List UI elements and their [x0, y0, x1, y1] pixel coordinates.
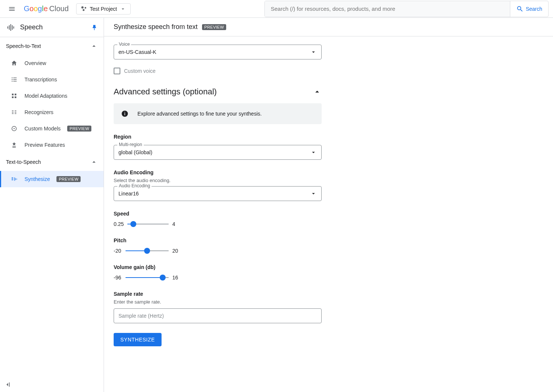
advanced-settings-title: Advanced settings (optional) [114, 87, 217, 97]
speed-heading: Speed [114, 211, 429, 217]
region-value: global (Global) [118, 149, 152, 155]
search-button[interactable]: Search [510, 1, 548, 17]
audio-encoding-field: Audio Encoding Linear16 [114, 186, 322, 201]
sidebar-item-label: Custom Models [25, 126, 61, 132]
form-content: Voice en-US-Casual-K Custom voice Advanc… [104, 36, 438, 357]
sample-rate-input[interactable] [114, 308, 322, 323]
nav-group-text-to-speech[interactable]: Text-to-Speech [0, 153, 104, 171]
voice-value: en-US-Casual-K [118, 49, 156, 55]
voice-field: Voice en-US-Casual-K [114, 45, 322, 59]
advanced-info-text: Explore advanced settings to fine tune y… [137, 111, 262, 117]
sidebar-item-recognizers[interactable]: Recognizers [0, 104, 104, 120]
custom-voice-checkbox[interactable]: Custom voice [114, 68, 429, 74]
region-field-label: Multi-region [117, 142, 144, 147]
svg-point-1 [85, 7, 86, 8]
pitch-slider[interactable] [126, 247, 169, 255]
speech-product-icon [6, 23, 15, 32]
project-name: Test Project [90, 6, 117, 12]
search-input[interactable] [265, 1, 510, 17]
adaptations-icon [11, 93, 17, 99]
google-wordmark: Google [24, 4, 48, 13]
custom-models-icon [11, 125, 17, 132]
pin-icon[interactable] [91, 24, 98, 31]
dropdown-icon [120, 6, 126, 12]
sample-rate-field [114, 308, 322, 323]
speed-slider-row: 0.25 4 [114, 220, 180, 228]
nav-group-label: Speech-to-Text [6, 43, 90, 49]
main-content: Synthesize speech from text PREVIEW Voic… [104, 18, 553, 392]
info-icon [121, 110, 129, 117]
audio-encoding-select[interactable]: Linear16 [114, 186, 322, 201]
sidebar-item-preview-features[interactable]: Preview Features [0, 137, 104, 153]
top-header: Google Cloud Test Project Search [0, 0, 553, 18]
menu-icon [8, 5, 16, 13]
sidebar-item-label: Synthesize [25, 176, 50, 182]
advanced-info-banner: Explore advanced settings to fine tune y… [114, 103, 322, 124]
preview-features-icon [11, 142, 17, 148]
voice-field-label: Voice [117, 42, 131, 47]
volume-min: -96 [114, 275, 122, 281]
sidebar: Speech Speech-to-Text Overview Transcrip… [0, 18, 104, 392]
pitch-min: -20 [114, 248, 122, 254]
pitch-heading: Pitch [114, 237, 429, 243]
synthesize-icon [11, 176, 17, 182]
region-select[interactable]: global (Global) [114, 145, 322, 160]
svg-rect-7 [124, 112, 125, 113]
chevron-up-icon [313, 87, 322, 96]
dropdown-icon [310, 49, 317, 55]
hamburger-menu-button[interactable] [4, 1, 19, 16]
sidebar-header: Speech [0, 18, 104, 37]
speed-min: 0.25 [114, 221, 124, 227]
checkbox-icon [114, 68, 120, 74]
sidebar-item-overview[interactable]: Overview [0, 55, 104, 71]
svg-rect-6 [124, 113, 125, 115]
volume-slider[interactable] [126, 274, 169, 281]
sidebar-item-synthesize[interactable]: Synthesize PREVIEW [0, 171, 104, 187]
voice-select[interactable]: en-US-Casual-K [114, 45, 322, 59]
volume-slider-row: -96 16 [114, 274, 180, 281]
dropdown-icon [310, 190, 317, 197]
custom-voice-label: Custom voice [124, 68, 156, 74]
page-preview-badge: PREVIEW [202, 24, 226, 30]
sidebar-title: Speech [20, 23, 91, 31]
speed-slider[interactable] [127, 220, 169, 228]
sidebar-item-label: Overview [25, 60, 46, 66]
recognizers-icon [11, 109, 17, 116]
advanced-settings-header[interactable]: Advanced settings (optional) [114, 87, 322, 97]
sidebar-item-label: Recognizers [25, 109, 53, 115]
speed-max: 4 [172, 221, 180, 227]
project-selector[interactable]: Test Project [76, 3, 131, 14]
synthesize-button[interactable]: SYNTHESIZE [114, 333, 162, 346]
svg-point-4 [14, 128, 15, 129]
transcriptions-icon [11, 76, 17, 83]
page-header: Synthesize speech from text PREVIEW [104, 18, 553, 36]
preview-badge: PREVIEW [67, 126, 91, 132]
audio-encoding-value: Linear16 [118, 191, 139, 197]
region-heading: Region [114, 134, 429, 140]
sample-rate-helper: Enter the sample rate. [114, 299, 429, 305]
collapse-icon [4, 381, 11, 388]
nav-group-label: Text-to-Speech [6, 159, 90, 165]
project-icon [81, 6, 87, 12]
page-title: Synthesize speech from text [114, 23, 198, 31]
audio-encoding-helper: Select the audio encoding. [114, 178, 429, 183]
sidebar-collapse-button[interactable] [0, 377, 104, 392]
search-icon [516, 5, 524, 13]
sidebar-item-model-adaptations[interactable]: Model Adaptations [0, 88, 104, 104]
pitch-slider-row: -20 20 [114, 247, 180, 255]
sidebar-item-custom-models[interactable]: Custom Models PREVIEW [0, 120, 104, 137]
sidebar-item-label: Transcriptions [25, 77, 57, 82]
search-bar: Search [264, 1, 549, 17]
google-cloud-logo[interactable]: Google Cloud [24, 4, 69, 13]
region-field: Multi-region global (Global) [114, 145, 322, 160]
volume-heading: Volume gain (db) [114, 264, 429, 270]
layout: Speech Speech-to-Text Overview Transcrip… [0, 18, 553, 392]
search-button-label: Search [526, 6, 542, 12]
nav-group-speech-to-text[interactable]: Speech-to-Text [0, 37, 104, 55]
sidebar-item-label: Preview Features [25, 142, 65, 148]
sidebar-item-label: Model Adaptations [25, 93, 67, 99]
sidebar-item-transcriptions[interactable]: Transcriptions [0, 71, 104, 88]
preview-badge: PREVIEW [56, 176, 81, 182]
svg-point-0 [81, 6, 84, 9]
svg-point-2 [82, 9, 84, 11]
